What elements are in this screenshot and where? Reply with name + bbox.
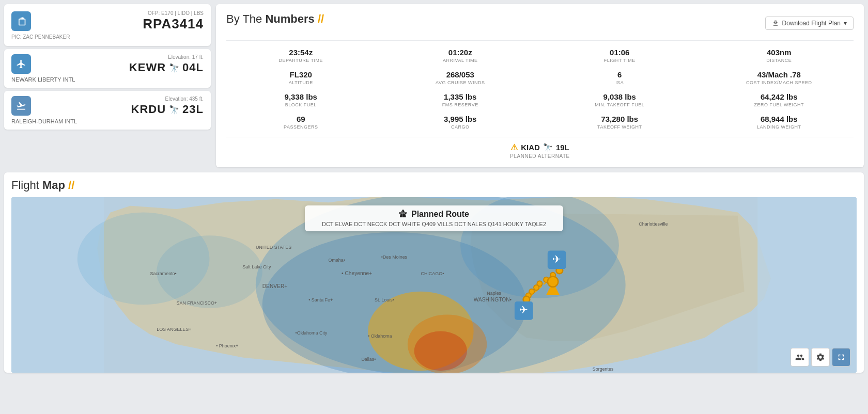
stat-label: TAKEOFF WEIGHT [597,124,642,130]
stat-item: 64,242 lbsZERO FUEL WEIGHT [705,92,854,107]
svg-text:LOS ANGELES+: LOS ANGELES+ [157,327,191,332]
stat-item: 9,038 lbsMIN. TAKEOFF FUEL [545,92,694,107]
alternate-section: ⚠ KIAD 🔭 19L Planned Alternate [226,137,854,159]
svg-text:Sorgentes: Sorgentes [593,367,614,372]
arrival-airport-name: RALEIGH-DURHAM INTL [11,118,204,124]
svg-text:WASHINGTON•: WASHINGTON• [474,297,512,302]
svg-text:St. Louis•: St. Louis• [375,297,394,302]
stat-value: 64,242 lbs [761,92,798,101]
stat-label: ARRIVAL TIME [443,58,477,63]
svg-text:Dallas•: Dallas• [361,357,376,362]
stat-item: 69PASSENGERS [226,115,376,130]
stat-item: 01:06FLIGHT TIME [545,48,694,63]
svg-rect-2 [757,197,857,373]
stat-value: 9,338 lbs [285,92,317,101]
stats-grid: 23:54zDEPARTURE TIME01:20zARRIVAL TIME01… [226,48,854,130]
alternate-runway: 19L [556,143,569,152]
alternate-airport: KIAD [521,143,540,152]
stat-label: BLOCK FUEL [285,102,317,107]
stat-value: 9,038 lbs [603,92,636,101]
stat-value: FL320 [290,70,312,79]
users-button[interactable] [791,348,809,367]
planned-route-banner: 🛣 Planned Route DCT ELVAE DCT NECCK DCT … [305,205,563,231]
svg-text:✈: ✈ [519,304,528,315]
svg-text:UNITED STATES: UNITED STATES [256,245,291,250]
route-title-text: Planned Route [411,210,469,219]
pic-label: PIC: ZAC PENNEBAKER [11,34,204,40]
settings-ctrl-icon [816,353,825,362]
stat-label: ZERO FUEL WEIGHT [754,102,804,107]
left-panel: OFP: E170 | LIDO | LBS RPA3414 PIC: ZAC … [4,4,211,167]
arrival-card: Elevation: 435 ft. KRDU 🔭 23L RALEIGH-DU… [4,91,211,130]
map-container[interactable]: DENVER+ • Cheyenne+ • Santa Fe+ SAN FRAN… [11,197,857,373]
stat-value: 23:54z [289,48,313,57]
svg-text:DENVER+: DENVER+ [262,283,288,289]
departure-plane-icon [11,54,31,74]
svg-text:Salt Lake City: Salt Lake City [242,264,271,269]
svg-point-36 [534,285,539,290]
svg-text:• Oklahoma: • Oklahoma [368,333,392,339]
route-waypoints: DCT ELVAE DCT NECCK DCT WHITE Q409 VILLS… [315,221,553,227]
stat-label: ALTITUDE [289,80,313,85]
svg-text:Sacramento•: Sacramento• [150,271,176,276]
arrival-elevation: Elevation: 435 ft. [37,96,204,102]
stat-item: 3,995 lbsCARGO [386,115,535,130]
arrival-runway: 23L [182,103,204,116]
arrival-airport: KRDU [131,103,166,116]
departure-binoculars-icon[interactable]: 🔭 [169,63,179,73]
stat-value: 01:06 [610,48,629,57]
alternate-label: Planned Alternate [510,153,569,159]
stat-label: CARGO [451,124,470,130]
departure-elevation: Elevation: 17 ft. [37,54,204,60]
map-title: Flight Map // [11,179,857,192]
departure-airport-name: NEWARK LIBERTY INTL [11,76,204,83]
stat-value: 1,335 lbs [444,92,476,101]
arrival-plane-icon [11,96,31,116]
stat-label: FMS RESERVE [442,102,478,107]
route-banner-title: 🛣 Planned Route [315,210,553,219]
svg-text:•Oklahoma City: •Oklahoma City [296,330,328,336]
download-flight-plan-button[interactable]: Download Flight Plan ▾ [765,17,854,30]
svg-text:Naples: Naples [487,291,501,296]
departure-runway: 04L [182,61,204,74]
flight-bag-icon [11,11,31,31]
stat-value: 403nm [767,48,792,57]
download-button-label: Download Flight Plan [782,20,841,27]
stat-item: 68,944 lbsLANDING WEIGHT [705,115,854,130]
numbers-panel: By The Numbers // Download Flight Plan ▾… [216,4,864,167]
stat-item: 6ISA [545,70,694,85]
svg-text:• Phoenix+: • Phoenix+ [216,343,238,348]
stat-item: FL320ALTITUDE [226,70,376,85]
svg-text:✈: ✈ [552,253,561,265]
stat-label: LANDING WEIGHT [757,124,801,130]
users-ctrl-icon [795,353,804,362]
svg-text:SAN FRANCISCO+: SAN FRANCISCO+ [177,300,218,306]
svg-point-7 [414,331,467,371]
svg-text:CHICAGO•: CHICAGO• [421,271,444,276]
route-plane-icon: 🛣 [399,210,407,219]
stat-label: FLIGHT TIME [604,58,636,63]
map-section: Flight Map // [4,172,864,373]
svg-text:•Des Moines: •Des Moines [381,254,408,260]
alternate-binoculars[interactable]: 🔭 [543,143,553,152]
stat-value: 73,280 lbs [601,115,638,123]
map-controls [791,348,850,367]
fullscreen-button[interactable] [832,348,850,367]
stat-label: COST INDEX/MACH SPEED [746,80,812,85]
arrival-binoculars-icon[interactable]: 🔭 [169,105,179,115]
stat-value: 6 [617,70,622,79]
flight-number: RPA3414 [37,16,204,32]
svg-text:• Santa Fe+: • Santa Fe+ [308,297,333,302]
flight-number-card: OFP: E170 | LIDO | LBS RPA3414 PIC: ZAC … [4,4,211,46]
stat-label: DEPARTURE TIME [278,58,323,63]
stat-value: 68,944 lbs [761,115,798,123]
numbers-title: By The Numbers // [226,12,324,26]
settings-button[interactable] [811,348,830,367]
svg-text:Charlottesville: Charlottesville [639,221,668,227]
download-icon [772,20,779,27]
warning-icon: ⚠ [510,142,518,152]
stat-label: ISA [615,80,624,85]
stat-item: 01:20zARRIVAL TIME [386,48,535,63]
fullscreen-ctrl-icon [836,353,846,362]
stat-item: 73,280 lbsTAKEOFF WEIGHT [545,115,694,130]
